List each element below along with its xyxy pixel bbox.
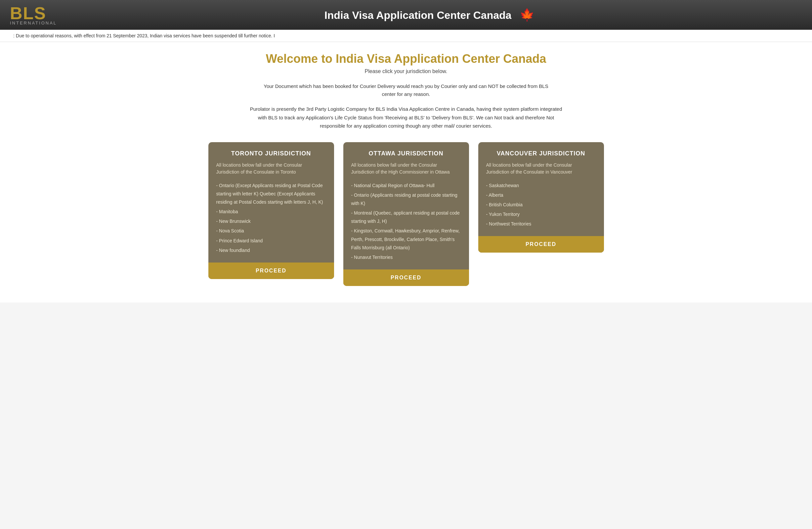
proceed-button-vancouver[interactable]: PROCEED: [478, 236, 604, 253]
list-item: - New Brunswick: [216, 217, 326, 225]
header-title-text: India Visa Application Center Canada: [324, 9, 511, 21]
proceed-button-toronto[interactable]: PROCEED: [208, 263, 334, 279]
list-item: - Ontario (Applicants residing at postal…: [351, 191, 461, 208]
list-item: - Nunavut Territories: [351, 253, 461, 262]
subtitle: Please click your jurisdiction below.: [20, 69, 792, 74]
notice-text: : Due to operational reasons, with effec…: [13, 33, 275, 38]
info-purolator: Purolator is presently the 3rd Party Log…: [249, 105, 563, 130]
proceed-btn-label-toronto[interactable]: PROCEED: [256, 268, 287, 274]
card-body-ottawa: OTTAWA JURISDICTIONAll locations below f…: [343, 142, 469, 270]
canada-flag-icon: 🍁: [520, 8, 535, 21]
card-title-toronto: TORONTO JURISDICTION: [216, 150, 326, 157]
card-title-vancouver: VANCOUVER JURISDICTION: [486, 150, 596, 157]
list-item: - New foundland: [216, 246, 326, 254]
list-item: - Northwest Territories: [486, 220, 596, 228]
card-items-vancouver: - Saskatchewan- Alberta- British Columbi…: [486, 181, 596, 229]
card-subtitle-vancouver: All locations below fall under the Consu…: [486, 162, 596, 176]
list-item: - National Capital Region of Ottawa- Hul…: [351, 181, 461, 190]
list-item: - Ontario (Except Applicants residing at…: [216, 181, 326, 207]
card-toronto: TORONTO JURISDICTIONAll locations below …: [208, 142, 334, 279]
main-content: Welcome to India Visa Application Center…: [0, 42, 812, 303]
card-body-vancouver: VANCOUVER JURISDICTIONAll locations belo…: [478, 142, 604, 236]
proceed-button-ottawa[interactable]: PROCEED: [343, 269, 469, 286]
card-title-ottawa: OTTAWA JURISDICTION: [351, 150, 461, 157]
logo: BLS INTERNATIONAL: [10, 5, 57, 26]
logo-international: INTERNATIONAL: [10, 20, 57, 26]
info-courier: Your Document which has been booked for …: [257, 82, 555, 98]
list-item: - Alberta: [486, 191, 596, 200]
jurisdiction-cards: TORONTO JURISDICTIONAll locations below …: [20, 142, 792, 286]
header-title: India Visa Application Center Canada 🍁: [57, 8, 802, 22]
card-ottawa: OTTAWA JURISDICTIONAll locations below f…: [343, 142, 469, 286]
card-items-toronto: - Ontario (Except Applicants residing at…: [216, 181, 326, 255]
list-item: - Manitoba: [216, 208, 326, 216]
proceed-btn-label-ottawa[interactable]: PROCEED: [391, 275, 421, 281]
list-item: - Nova Scotia: [216, 227, 326, 235]
list-item: - Kingston, Cornwall, Hawkesbury, Arnpri…: [351, 227, 461, 252]
list-item: - Yukon Territory: [486, 210, 596, 219]
card-body-toronto: TORONTO JURISDICTIONAll locations below …: [208, 142, 334, 263]
list-item: - Saskatchewan: [486, 181, 596, 190]
list-item: - Montreal (Quebec, applicant residing a…: [351, 209, 461, 225]
card-subtitle-toronto: All locations below fall under the Consu…: [216, 162, 326, 176]
card-subtitle-ottawa: All locations below fall under the Consu…: [351, 162, 461, 176]
card-vancouver: VANCOUVER JURISDICTIONAll locations belo…: [478, 142, 604, 253]
notice-bar: : Due to operational reasons, with effec…: [0, 30, 812, 42]
card-items-ottawa: - National Capital Region of Ottawa- Hul…: [351, 181, 461, 262]
list-item: - Prince Edward Island: [216, 237, 326, 245]
logo-bls: BLS: [10, 5, 46, 22]
list-item: - British Columbia: [486, 201, 596, 209]
proceed-btn-label-vancouver[interactable]: PROCEED: [525, 241, 556, 247]
welcome-title: Welcome to India Visa Application Center…: [20, 52, 792, 66]
header: BLS INTERNATIONAL India Visa Application…: [0, 0, 812, 30]
